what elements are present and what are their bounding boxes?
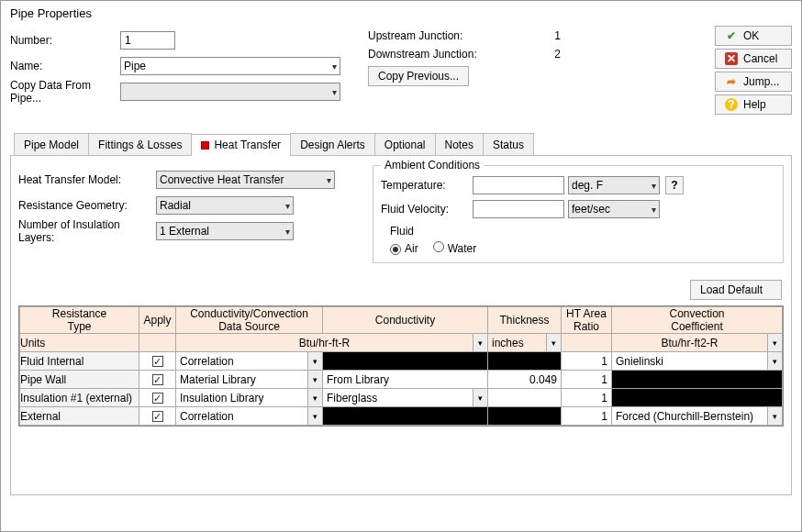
jump-arrow-icon: ➦ (725, 75, 738, 88)
window-title: Pipe Properties (1, 1, 801, 26)
convection-cell[interactable] (612, 389, 783, 407)
conductivity-unit-combo[interactable]: Btu/hr-ft-R▾ (176, 334, 487, 351)
resistance-geometry-combo[interactable]: Radial▾ (156, 196, 294, 215)
ht-model-combo[interactable]: Convective Heat Transfer▾ (156, 171, 335, 189)
conductivity-cell[interactable]: From Library (323, 371, 488, 389)
chevron-down-icon: ▾ (307, 371, 322, 388)
downstream-value: 2 (496, 48, 561, 61)
column-header[interactable]: Apply (139, 307, 176, 334)
column-header[interactable]: Conductivity (323, 307, 488, 334)
resistance-grid[interactable]: ResistanceTypeApplyConductivity/Convecti… (18, 305, 784, 427)
thickness-cell[interactable]: 0.049 (488, 371, 562, 389)
units-row-label: Units (20, 334, 139, 352)
convection-cell[interactable]: Forced (Churchill-Bernstein)▾ (612, 407, 783, 426)
column-header[interactable]: ResistanceType (20, 307, 139, 334)
tab-fittings-losses[interactable]: Fittings & Losses (88, 133, 192, 155)
apply-checkbox[interactable]: ✓ (139, 389, 176, 407)
tab-strip: Pipe ModelFittings & LossesHeat Transfer… (10, 133, 792, 156)
name-combo-value: Pipe (124, 60, 146, 72)
x-icon: ✕ (725, 52, 738, 65)
data-source-cell[interactable]: Correlation▾ (176, 407, 323, 426)
apply-checkbox[interactable]: ✓ (139, 352, 176, 371)
insulation-layers-label: Number of Insulation Layers: (18, 218, 156, 244)
cancel-button[interactable]: ✕Cancel (715, 49, 792, 69)
fluid-velocity-label: Fluid Velocity: (381, 203, 473, 216)
data-source-cell[interactable]: Correlation▾ (176, 352, 323, 371)
column-header[interactable]: Conductivity/ConvectionData Source (176, 307, 323, 334)
ht-model-label: Heat Transfer Model: (18, 173, 156, 186)
insulation-layers-combo[interactable]: 1 External▾ (156, 222, 294, 240)
temperature-unit-combo[interactable]: deg. F▾ (568, 176, 660, 194)
number-input[interactable] (120, 31, 175, 50)
fluid-water-radio[interactable]: Water (433, 241, 477, 255)
table-row: External✓Correlation▾1Forced (Churchill-… (20, 407, 783, 426)
chevron-down-icon: ▾ (473, 334, 487, 351)
copy-previous-button[interactable]: Copy Previous... (368, 66, 469, 86)
radio-icon (390, 244, 401, 255)
fluid-air-radio[interactable]: Air (390, 242, 418, 255)
radio-icon (433, 241, 444, 252)
ht-area-ratio-cell[interactable]: 1 (562, 407, 612, 426)
thickness-cell[interactable] (488, 407, 562, 426)
chevron-down-icon: ▾ (327, 175, 331, 185)
fluid-velocity-input[interactable] (473, 200, 564, 218)
tab-status[interactable]: Status (483, 133, 534, 155)
help-question-button[interactable]: ? (665, 176, 684, 194)
table-row: Fluid Internal✓Correlation▾1Gnielinski▾ (20, 352, 783, 371)
chevron-down-icon: ▾ (767, 352, 782, 370)
data-source-cell[interactable]: Material Library▾ (176, 371, 323, 389)
temperature-label: Temperature: (381, 179, 473, 192)
tab-notes[interactable]: Notes (435, 133, 484, 155)
fluid-label: Fluid (390, 225, 775, 238)
tab-pipe-model[interactable]: Pipe Model (14, 133, 89, 155)
help-button[interactable]: ?Help (715, 94, 792, 115)
load-default-button[interactable]: Load Default (690, 280, 782, 300)
chevron-down-icon: ▾ (546, 334, 561, 351)
downstream-label: Downstream Junction: (368, 48, 487, 61)
tab-heat-transfer[interactable]: Heat Transfer (191, 134, 291, 156)
conductivity-cell[interactable]: Fiberglass▾ (323, 389, 488, 407)
chevron-down-icon: ▾ (307, 389, 322, 406)
row-label: Insulation #1 (external) (20, 389, 139, 407)
column-header[interactable]: Thickness (488, 307, 562, 334)
heat-transfer-panel: Heat Transfer Model: Convective Heat Tra… (10, 156, 792, 495)
name-combo[interactable]: Pipe▾ (120, 57, 340, 75)
chevron-down-icon: ▾ (332, 87, 337, 97)
ht-area-ratio-cell[interactable]: 1 (562, 371, 612, 389)
ht-area-ratio-cell[interactable]: 1 (562, 352, 612, 371)
conductivity-cell[interactable] (323, 352, 488, 371)
thickness-unit-combo[interactable]: inches▾ (488, 334, 561, 351)
tab-design-alerts[interactable]: Design Alerts (290, 133, 375, 155)
fluid-velocity-unit-combo[interactable]: feet/sec▾ (568, 200, 660, 218)
ok-button[interactable]: ✔OK (715, 26, 792, 46)
copy-from-label: Copy Data From Pipe... (10, 79, 120, 105)
apply-checkbox[interactable]: ✓ (139, 371, 176, 389)
chevron-down-icon: ▾ (307, 407, 322, 425)
chevron-down-icon: ▾ (473, 389, 487, 406)
table-row: Insulation #1 (external)✓Insulation Libr… (20, 389, 783, 407)
thickness-cell[interactable] (488, 352, 562, 371)
convection-cell[interactable]: Gnielinski▾ (612, 352, 783, 371)
ambient-legend: Ambient Conditions (381, 159, 484, 172)
conductivity-cell[interactable] (323, 407, 488, 426)
convection-cell[interactable] (612, 371, 783, 389)
apply-checkbox[interactable]: ✓ (139, 407, 176, 426)
jump-button[interactable]: ➦Jump... (715, 72, 792, 92)
row-label: Pipe Wall (20, 371, 139, 389)
data-source-cell[interactable]: Insulation Library▾ (176, 389, 323, 407)
number-label: Number: (10, 34, 120, 47)
ht-area-ratio-cell[interactable]: 1 (562, 389, 612, 407)
temperature-input[interactable] (473, 176, 564, 194)
column-header[interactable]: ConvectionCoefficient (612, 307, 783, 334)
convection-unit-combo[interactable]: Btu/hr-ft2-R▾ (612, 334, 782, 351)
thickness-cell[interactable] (488, 389, 562, 407)
chevron-down-icon: ▾ (652, 205, 656, 215)
chevron-down-icon: ▾ (767, 334, 782, 351)
copy-from-combo[interactable]: ▾ (120, 83, 340, 101)
chevron-down-icon: ▾ (285, 201, 290, 211)
row-label: Fluid Internal (20, 352, 139, 371)
column-header[interactable]: HT AreaRatio (562, 307, 612, 334)
tab-optional[interactable]: Optional (374, 133, 436, 155)
chevron-down-icon: ▾ (652, 181, 656, 191)
row-label: External (20, 407, 139, 426)
